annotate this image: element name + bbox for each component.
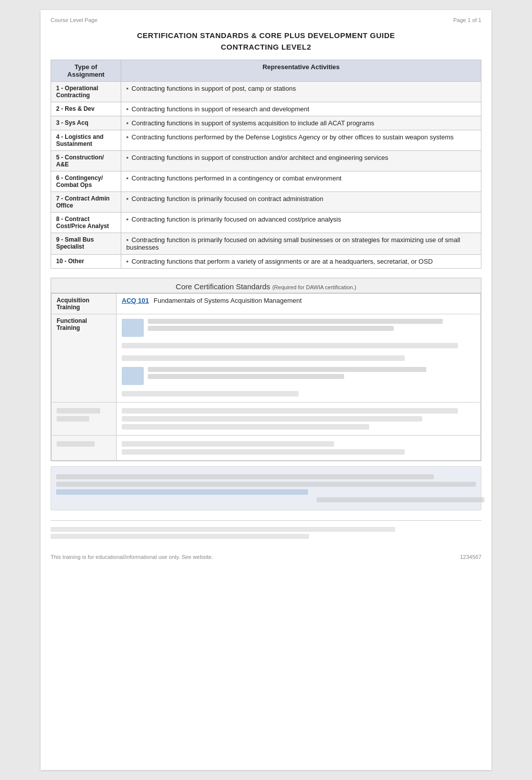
func-text-2 (148, 367, 475, 379)
activity-cell: ▪Contracting functions that perform a va… (121, 255, 481, 269)
functional-training-label: Functional Training (52, 314, 117, 403)
func-text-line (148, 326, 394, 331)
bullet-icon: ▪ (126, 195, 129, 203)
activity-cell: ▪Contracting functions performed by the … (121, 130, 481, 151)
header-left: Course Level Page (51, 17, 98, 23)
blurred-line (122, 343, 458, 348)
table-row: 8 - Contract Cost/Price Analyst ▪Contrac… (51, 213, 481, 233)
activity-cell: ▪Contracting function is primarily focus… (121, 192, 481, 213)
title-line2: CONTRACTING LEVEL2 (221, 43, 312, 51)
blurred-content-2 (117, 436, 481, 461)
table-row: 5 - Construction/ A&E ▪Contracting funct… (51, 151, 481, 171)
activity-cell: ▪Contracting functions in support of res… (121, 102, 481, 116)
bottom-line (56, 474, 434, 479)
bottom-blurred-section (51, 466, 481, 510)
acq-course-link[interactable]: ACQ 101 (122, 297, 149, 304)
bottom-link-line (56, 489, 308, 495)
acquisition-training-content: ACQ 101 Fundamentals of Systems Acquisit… (117, 294, 481, 314)
type-cell: 1 - Operational Contracting (51, 82, 121, 102)
type-cell: 8 - Contract Cost/Price Analyst (51, 213, 121, 233)
bottom-line (56, 482, 476, 487)
acq-course-name: Fundamentals of Systems Acquisition Mana… (154, 297, 302, 304)
blurred-line (122, 391, 299, 397)
core-table: Acquisition Training ACQ 101 Fundamental… (51, 293, 481, 461)
table-row: 2 - Res & Dev ▪Contracting functions in … (51, 102, 481, 116)
func-blue-box-2 (122, 367, 144, 385)
assignment-table: Type of Assignment Representative Activi… (51, 60, 481, 269)
func-text-1 (148, 319, 475, 331)
table-row: 3 - Sys Acq ▪Contracting functions in su… (51, 116, 481, 130)
type-cell: 3 - Sys Acq (51, 116, 121, 130)
bullet-icon: ▪ (126, 236, 129, 244)
bottom-line (317, 497, 484, 502)
type-cell: 5 - Construction/ A&E (51, 151, 121, 171)
blurred-label-1 (52, 403, 117, 436)
type-cell: 2 - Res & Dev (51, 102, 121, 116)
page-container: Course Level Page Page 1 of 1 CERTIFICAT… (41, 10, 491, 770)
header-right: Page 1 of 1 (453, 17, 481, 23)
functional-rows (122, 317, 475, 399)
blurred-label-2 (52, 436, 117, 461)
page-header: Course Level Page Page 1 of 1 (51, 15, 481, 25)
activity-cell: ▪Contracting functions in support of sys… (121, 116, 481, 130)
footer-area (51, 520, 481, 539)
table-row: 4 - Logistics and Sustainment ▪Contracti… (51, 130, 481, 151)
core-title: Core Certification Standards (176, 282, 270, 291)
blurred-row-1 (52, 403, 481, 436)
table-row: 10 - Other ▪Contracting functions that p… (51, 255, 481, 269)
bullet-icon: ▪ (126, 119, 129, 127)
table-row: 1 - Operational Contracting ▪Contracting… (51, 82, 481, 102)
col1-header: Type of Assignment (51, 60, 121, 82)
bullet-icon: ▪ (126, 174, 129, 182)
core-section-title: Core Certification Standards (Required f… (51, 278, 481, 293)
func-text-line (148, 367, 426, 372)
type-cell: 4 - Logistics and Sustainment (51, 130, 121, 151)
bullet-icon: ▪ (126, 258, 129, 265)
activity-cell: ▪Contracting function is primarily focus… (121, 233, 481, 255)
type-cell: 9 - Small Bus Specialist (51, 233, 121, 255)
bullet-icon: ▪ (126, 105, 129, 113)
table-header-row: Type of Assignment Representative Activi… (51, 60, 481, 82)
bullet-icon: ▪ (126, 133, 129, 141)
func-blue-box-1 (122, 319, 144, 337)
acquisition-training-row: Acquisition Training ACQ 101 Fundamental… (52, 294, 481, 314)
activity-cell: ▪Contracting functions performed in a co… (121, 171, 481, 192)
col2-header: Representative Activities (121, 60, 481, 82)
table-row: 9 - Small Bus Specialist ▪Contracting fu… (51, 233, 481, 255)
activity-cell: ▪Contracting functions in support of con… (121, 151, 481, 171)
footer-left: This training is for educational/informa… (51, 554, 213, 560)
bullet-icon: ▪ (126, 216, 129, 223)
core-section: Core Certification Standards (Required f… (51, 278, 481, 461)
func-text-line (148, 319, 443, 324)
acquisition-training-label: Acquisition Training (52, 294, 117, 314)
core-subtitle: (Required for DAWIA certification.) (272, 284, 356, 290)
bullet-icon: ▪ (126, 85, 129, 92)
table-row: 7 - Contract Admin Office ▪Contracting f… (51, 192, 481, 213)
type-cell: 10 - Other (51, 255, 121, 269)
func-row-1 (122, 319, 475, 337)
title-line1: CERTIFICATION STANDARDS & CORE PLUS DEVE… (137, 31, 395, 40)
table-row: 6 - Contingency/ Combat Ops ▪Contracting… (51, 171, 481, 192)
functional-training-row: Functional Training (52, 314, 481, 403)
blurred-line (122, 355, 405, 361)
blurred-row-2 (52, 436, 481, 461)
main-title: CERTIFICATION STANDARDS & CORE PLUS DEVE… (51, 30, 481, 53)
type-cell: 7 - Contract Admin Office (51, 192, 121, 213)
functional-training-content (117, 314, 481, 403)
func-text-line (148, 374, 344, 379)
activity-cell: ▪Contracting function is primarily focus… (121, 213, 481, 233)
blurred-content-1 (117, 403, 481, 436)
type-cell: 6 - Contingency/ Combat Ops (51, 171, 121, 192)
footer-right: 1234567 (460, 554, 481, 560)
page-footer: This training is for educational/informa… (51, 554, 481, 560)
bullet-icon: ▪ (126, 154, 129, 161)
activity-cell: ▪Contracting functions in support of pos… (121, 82, 481, 102)
func-row-2 (122, 367, 475, 385)
